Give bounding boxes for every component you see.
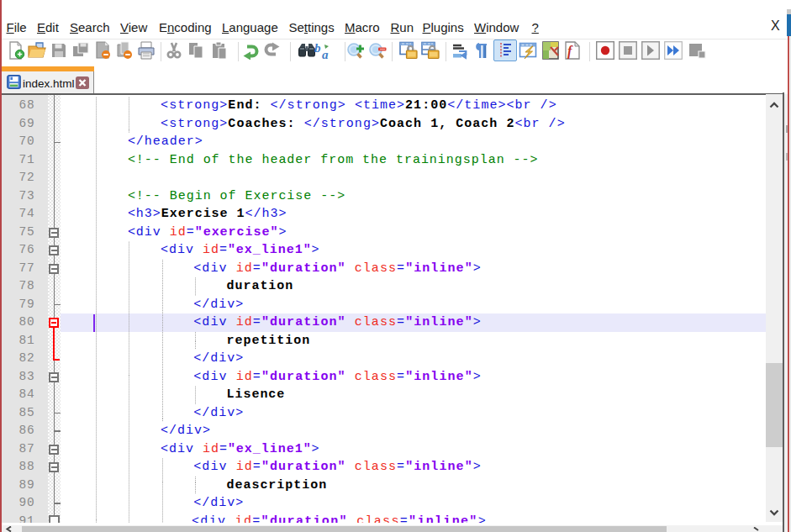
svg-text:b: b	[314, 41, 321, 55]
svg-text:a: a	[322, 48, 329, 60]
